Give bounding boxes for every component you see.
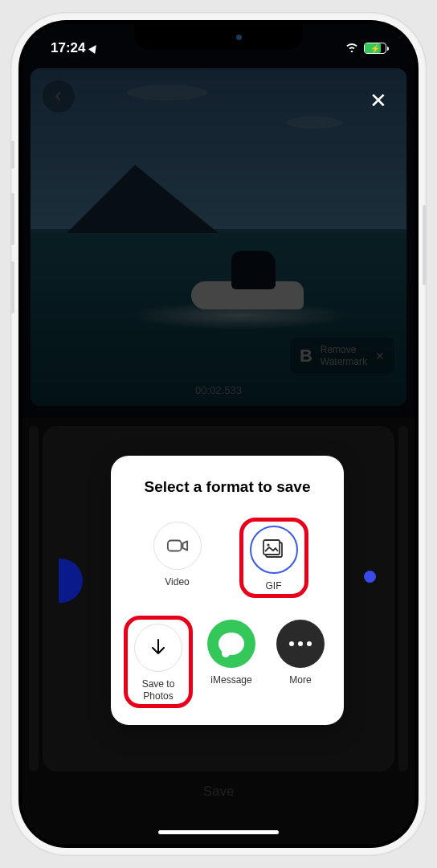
power-button: [423, 205, 427, 285]
format-video-option[interactable]: Video: [153, 522, 202, 596]
chat-bubble-icon: [218, 633, 244, 655]
volume-up: [10, 193, 14, 245]
more-option[interactable]: More: [276, 620, 325, 706]
background-blue-dot: [364, 571, 376, 583]
close-button[interactable]: ✕: [366, 88, 390, 113]
location-arrow-icon: [89, 43, 100, 54]
silent-switch: [10, 141, 14, 169]
video-icon: [166, 535, 189, 556]
screen: 17:24 ⚡: [22, 24, 415, 844]
status-time: 17:24: [51, 40, 85, 56]
svg-point-3: [267, 543, 269, 546]
more-dots-icon: [289, 641, 312, 646]
battery-icon: ⚡: [364, 43, 386, 54]
imessage-label: iMessage: [210, 674, 251, 686]
volume-down: [10, 261, 14, 313]
home-indicator[interactable]: [158, 830, 279, 834]
imessage-option[interactable]: iMessage: [207, 620, 255, 706]
download-arrow-icon: [147, 637, 169, 658]
notch: [134, 24, 303, 50]
modal-title: Select a format to save: [125, 478, 329, 496]
save-photos-label: Save to Photos: [134, 678, 182, 702]
wifi-icon: [345, 41, 359, 55]
more-label: More: [289, 674, 311, 686]
format-video-label: Video: [165, 576, 189, 588]
phone-frame: 17:24 ⚡: [10, 12, 427, 856]
image-icon: [263, 539, 285, 560]
save-format-modal: Select a format to save Video: [111, 456, 344, 725]
svg-rect-0: [167, 540, 181, 551]
save-to-photos-option[interactable]: Save to Photos: [134, 624, 182, 702]
save-photos-highlight: Save to Photos: [124, 616, 193, 708]
front-camera: [236, 35, 242, 40]
gif-highlight: GIF: [239, 518, 308, 598]
format-gif-label: GIF: [266, 580, 282, 592]
charging-bolt-icon: ⚡: [370, 44, 380, 53]
svg-rect-2: [263, 540, 280, 555]
format-gif-option[interactable]: GIF: [250, 526, 298, 592]
